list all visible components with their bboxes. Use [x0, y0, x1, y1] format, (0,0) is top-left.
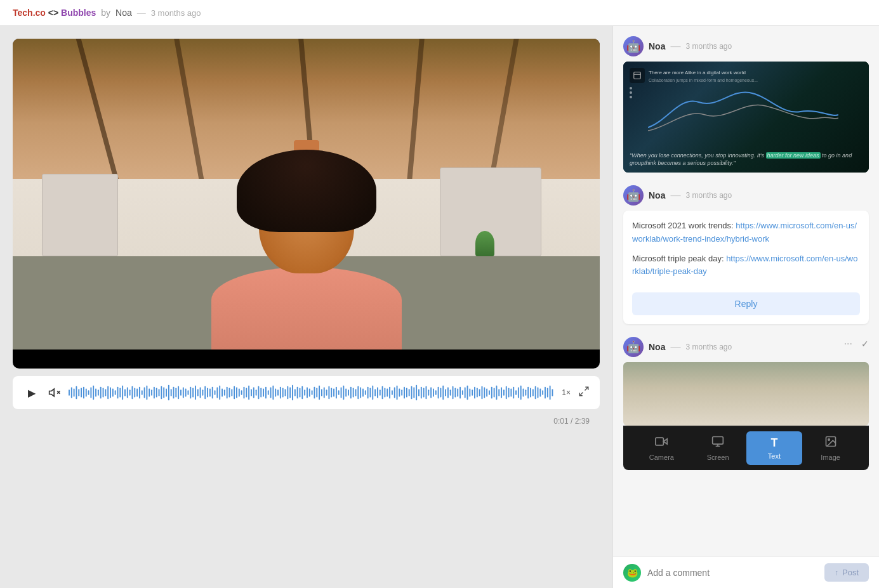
svg-rect-34 — [144, 388, 145, 398]
avatar-emoji-1: 🤖 — [626, 39, 640, 53]
svg-rect-182 — [503, 389, 505, 395]
svg-rect-126 — [367, 387, 369, 399]
comment-2-author: Noa — [649, 190, 665, 200]
comment-3-dots-button[interactable]: ··· — [840, 337, 856, 351]
svg-rect-193 — [530, 388, 531, 398]
svg-rect-69 — [229, 388, 230, 398]
svg-rect-38 — [154, 387, 155, 399]
shirt — [211, 267, 402, 350]
svg-rect-44 — [168, 385, 169, 400]
svg-rect-81 — [258, 386, 259, 400]
svg-rect-29 — [131, 386, 133, 400]
fullscreen-button[interactable] — [578, 386, 590, 400]
svg-rect-42 — [163, 388, 164, 398]
speed-indicator[interactable]: 1× — [562, 388, 571, 397]
svg-rect-55 — [195, 386, 196, 400]
svg-rect-39 — [156, 388, 157, 398]
svg-rect-40 — [159, 389, 160, 396]
reply-button[interactable]: Reply — [632, 292, 860, 315]
svg-rect-167 — [467, 386, 468, 400]
svg-rect-45 — [171, 389, 172, 396]
svg-rect-52 — [188, 390, 189, 395]
toolbar-text-label: Text — [768, 452, 781, 460]
svg-rect-18 — [105, 389, 106, 396]
svg-rect-174 — [484, 388, 485, 398]
svg-rect-58 — [202, 389, 203, 395]
svg-rect-205 — [634, 72, 641, 79]
svg-rect-125 — [365, 390, 366, 395]
mini-thumb-inner — [623, 362, 869, 426]
toolbar-text[interactable]: T Text — [746, 431, 803, 465]
header-dash: — — [137, 8, 146, 18]
main-layout: ▶ — [0, 26, 879, 588]
svg-rect-150 — [426, 386, 427, 400]
comment-1-time: 3 months ago — [685, 42, 732, 51]
svg-rect-57 — [200, 388, 201, 398]
svg-rect-181 — [501, 388, 502, 398]
svg-rect-95 — [292, 385, 293, 400]
svg-rect-135 — [389, 387, 390, 399]
svg-rect-21 — [112, 388, 114, 396]
svg-rect-191 — [525, 389, 526, 395]
svg-rect-176 — [489, 390, 490, 395]
svg-rect-25 — [122, 386, 123, 400]
comment-input-field[interactable] — [647, 568, 818, 578]
toolbar-camera[interactable]: Camera — [633, 430, 690, 466]
svg-rect-51 — [185, 388, 187, 396]
svg-rect-127 — [369, 388, 371, 398]
svg-rect-14 — [95, 388, 96, 396]
hair — [237, 150, 376, 232]
toolbar-camera-label: Camera — [649, 454, 674, 461]
play-button[interactable]: ▶ — [23, 384, 41, 402]
video-thumb-1[interactable]: There are more Alike in a digital work w… — [623, 62, 869, 173]
svg-rect-87 — [272, 386, 274, 400]
svg-rect-123 — [360, 388, 361, 398]
svg-rect-72 — [236, 388, 237, 398]
comment-1-header: 🤖 Noa — 3 months ago — [623, 36, 869, 56]
svg-rect-48 — [178, 386, 179, 400]
waveform-container[interactable] — [69, 382, 554, 403]
thumb-quote: "When you lose connections, you stop inn… — [630, 152, 862, 167]
svg-rect-200 — [547, 388, 548, 398]
svg-rect-141 — [404, 387, 405, 399]
svg-rect-151 — [428, 389, 429, 395]
svg-rect-92 — [285, 389, 286, 396]
text-icon: T — [770, 436, 777, 450]
mini-video-thumb[interactable] — [623, 362, 869, 426]
svg-rect-27 — [127, 388, 128, 398]
video-container[interactable] — [13, 39, 600, 369]
svg-rect-100 — [304, 389, 305, 395]
svg-rect-146 — [416, 385, 417, 400]
svg-rect-6 — [76, 386, 77, 400]
svg-rect-188 — [518, 388, 519, 398]
svg-rect-33 — [142, 390, 143, 395]
svg-rect-97 — [297, 387, 298, 399]
svg-rect-12 — [90, 388, 91, 398]
svg-rect-180 — [498, 389, 499, 396]
toolbar-screen-label: Screen — [707, 454, 729, 461]
svg-rect-156 — [440, 388, 441, 398]
svg-rect-140 — [401, 389, 402, 395]
svg-rect-17 — [103, 388, 104, 398]
svg-rect-9 — [83, 387, 84, 399]
svg-rect-171 — [477, 388, 478, 398]
comment-3-actions: ··· ✓ — [840, 337, 869, 351]
svg-rect-202 — [552, 389, 553, 396]
toolbar-screen[interactable]: Screen — [690, 430, 746, 466]
time-sep: / — [571, 417, 575, 426]
recording-toolbar: Camera Screen T — [623, 426, 869, 470]
title-bubbles: Bubbles — [61, 8, 96, 18]
svg-rect-63 — [215, 390, 216, 395]
svg-rect-96 — [294, 389, 296, 396]
svg-rect-83 — [263, 388, 264, 396]
svg-rect-99 — [301, 386, 303, 400]
svg-rect-130 — [377, 388, 378, 398]
svg-rect-198 — [542, 390, 543, 395]
toolbar-image[interactable]: Image — [802, 430, 859, 466]
svg-rect-16 — [100, 387, 102, 399]
post-button[interactable]: ↑ Post — [824, 563, 869, 582]
comment-3-check-button[interactable]: ✓ — [861, 339, 869, 349]
svg-rect-61 — [209, 388, 211, 396]
volume-button[interactable] — [48, 386, 61, 399]
svg-rect-113 — [336, 387, 337, 399]
